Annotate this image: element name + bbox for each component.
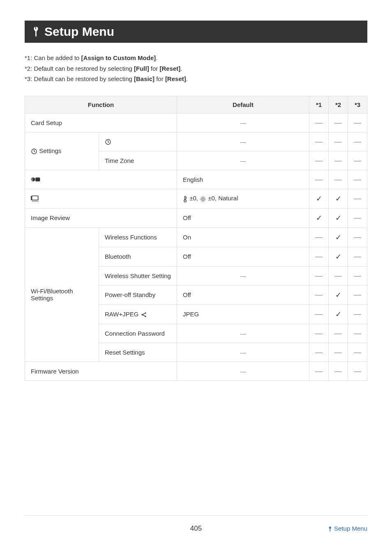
cell-c1: — [309, 113, 329, 132]
cell-c2: ✓ [329, 285, 348, 304]
cell-c3: — [348, 151, 367, 170]
cell-c3: — [348, 132, 367, 151]
cell-default: Off [177, 208, 309, 227]
cell-default: — [177, 324, 309, 343]
cell-clock-settings: Settings [25, 132, 99, 170]
svg-point-8 [184, 200, 186, 202]
clock-icon [31, 148, 37, 155]
cell-clock-sub-icon [99, 132, 177, 151]
cell-c3: — [348, 343, 367, 362]
cell-default: English [177, 170, 309, 189]
th-function: Function [25, 96, 177, 113]
cell-c1: — [309, 304, 329, 324]
cell-default: — [177, 343, 309, 362]
wrench-icon [327, 525, 332, 532]
monitor-adjust-icon [31, 195, 40, 202]
cell-c3: — [348, 324, 367, 343]
cell-c3: — [348, 247, 367, 266]
cell-default: — [177, 132, 309, 151]
table-row: Image Review Off ✓ ✓ — [25, 208, 367, 227]
thermometer-icon [183, 196, 188, 202]
svg-line-18 [205, 200, 205, 201]
cell-c3: — [348, 227, 367, 247]
svg-line-25 [143, 315, 145, 316]
cell-c2: ✓ [329, 208, 348, 227]
svg-line-19 [201, 200, 202, 201]
language-icon [31, 176, 41, 183]
table-row: ±0, ±0, Natural ✓ ✓ — [25, 189, 367, 208]
cell-default: JPEG [177, 304, 309, 324]
cell-c1: — [309, 285, 329, 304]
cell-c2: ✓ [329, 247, 348, 266]
cell-image-review: Image Review [25, 208, 177, 227]
cell-c1: — [309, 362, 329, 381]
cell-c2: — [329, 266, 348, 285]
cell-default: ±0, ±0, Natural [177, 189, 309, 208]
cell-clock-settings-label: Settings [37, 147, 61, 154]
cell-power-off-standby: Power-off Standby [99, 285, 177, 304]
cell-c1: — [309, 266, 329, 285]
cell-default: Off [177, 285, 309, 304]
cell-c3: — [348, 113, 367, 132]
cell-wireless-shutter: Wireless Shutter Setting [99, 266, 177, 285]
th-c2: *2 [329, 96, 348, 113]
page-footer: 405 Setup Menu [25, 515, 367, 532]
footer-rule [25, 515, 367, 516]
note-3-pre: *3: Default can be restored by selecting [25, 75, 134, 82]
notes-block: *1: Can be added to [Assign to Custom Mo… [25, 53, 367, 84]
th-default: Default [177, 96, 309, 113]
footer-row: 405 Setup Menu [25, 525, 367, 532]
cell-default: — [177, 113, 309, 132]
cell-c1: ✓ [309, 189, 329, 208]
cell-firmware: Firmware Version [25, 362, 177, 381]
cell-c1: — [309, 170, 329, 189]
cell-raw-jpeg: RAW+JPEG [99, 304, 177, 324]
cell-timezone: Time Zone [99, 151, 177, 170]
svg-rect-4 [32, 196, 38, 200]
table-header-row: Function Default *1 *2 *3 [25, 96, 367, 113]
table-row: Wi-Fi/Bluetooth Settings Wireless Functi… [25, 227, 367, 247]
cell-wireless-functions: Wireless Functions [99, 227, 177, 247]
cell-c1: — [309, 324, 329, 343]
cell-c3: — [348, 208, 367, 227]
cell-c2: — [329, 362, 348, 381]
page-title: Setup Menu [44, 25, 114, 39]
page-header: Setup Menu [25, 21, 367, 43]
cell-c2: — [329, 170, 348, 189]
table-row: English — — — [25, 170, 367, 189]
cell-c1: — [309, 247, 329, 266]
cell-c1: — [309, 343, 329, 362]
cell-c1: — [309, 151, 329, 170]
breadcrumb-label: Setup Menu [334, 525, 367, 532]
cell-c1: ✓ [309, 208, 329, 227]
th-c3: *3 [348, 96, 367, 113]
cell-c3: — [348, 285, 367, 304]
cell-monitor-text2: ±0, Natural [206, 195, 238, 202]
cell-c2: ✓ [329, 189, 348, 208]
th-c1: *1 [309, 96, 329, 113]
cell-monitor-adjust [25, 189, 177, 208]
note-2-mid: for [149, 65, 160, 72]
breadcrumb[interactable]: Setup Menu [327, 525, 367, 532]
note-1-bold: [Assign to Custom Mode] [81, 54, 156, 61]
page-number: 405 [190, 525, 202, 533]
cell-default: Off [177, 247, 309, 266]
note-3-mid: for [154, 75, 165, 82]
cell-default: — [177, 151, 309, 170]
cell-c1: — [309, 132, 329, 151]
cell-c3: — [348, 189, 367, 208]
cell-language [25, 170, 177, 189]
svg-point-12 [202, 198, 204, 200]
svg-rect-7 [184, 196, 186, 200]
cell-default: — [177, 362, 309, 381]
cell-c2: ✓ [329, 304, 348, 324]
table-row: Card Setup — — — — [25, 113, 367, 132]
brightness-icon [200, 196, 206, 202]
cell-card-setup: Card Setup [25, 113, 177, 132]
note-1: *1: Can be added to [Assign to Custom Mo… [25, 53, 367, 63]
note-3: *3: Default can be restored by selecting… [25, 74, 367, 84]
cell-c2: — [329, 343, 348, 362]
cell-raw-jpeg-label: RAW+JPEG [105, 311, 141, 318]
note-2-pre: *2: Default can be restored by selecting [25, 65, 134, 72]
cell-connection-password: Connection Password [99, 324, 177, 343]
